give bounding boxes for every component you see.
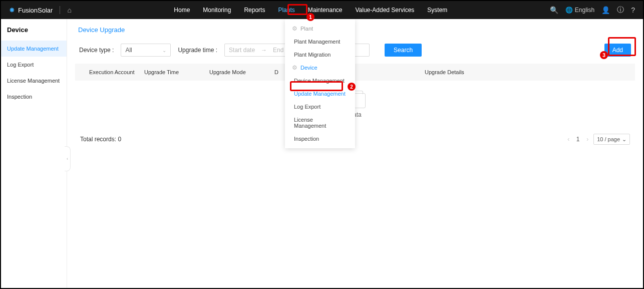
col-execution-account: Execution Account bbox=[89, 69, 144, 75]
table: Execution Account Upgrade Time Upgrade M… bbox=[75, 64, 635, 131]
start-date-placeholder: Start date bbox=[229, 47, 255, 54]
device-type-label: Device type : bbox=[79, 47, 114, 54]
dropdown-plant-management[interactable]: Plant Management bbox=[285, 35, 355, 48]
home-icon[interactable]: ⌂ bbox=[67, 6, 71, 14]
dropdown-section-device: ⚙Device bbox=[285, 61, 355, 74]
dropdown-plant-migration[interactable]: Plant Migration bbox=[285, 48, 355, 61]
globe-icon: 🌐 bbox=[565, 7, 573, 14]
dropdown-plant-label: Plant bbox=[300, 26, 313, 32]
language-label: English bbox=[575, 7, 594, 14]
sidebar-item-inspection[interactable]: Inspection bbox=[1, 89, 67, 105]
chevron-down-icon: ⌄ bbox=[622, 136, 626, 143]
nav-vas[interactable]: Value-Added Services bbox=[354, 5, 415, 16]
brand-name: FusionSolar bbox=[18, 7, 53, 14]
filter-bar: Device type : All ⌄ Upgrade time : Start… bbox=[75, 41, 635, 60]
col-upgrade-details: Upgrade Details bbox=[425, 69, 525, 75]
gear-icon: ⚙ bbox=[292, 25, 297, 32]
logo-area: ✸ FusionSolar bbox=[9, 6, 53, 14]
table-footer: Total records: 0 ‹ 1 › 10 / page ⌄ bbox=[75, 131, 635, 148]
col-upgrade-time: Upgrade Time bbox=[144, 69, 209, 75]
dropdown-update-management[interactable]: Update Management bbox=[285, 87, 355, 100]
nav-plants[interactable]: Plants bbox=[277, 5, 295, 16]
page-prev[interactable]: ‹ bbox=[567, 136, 569, 143]
help-icon[interactable]: ? bbox=[631, 6, 635, 14]
callout-badge-3: 3 bbox=[600, 51, 608, 59]
sidebar-title: Device bbox=[1, 19, 67, 41]
search-icon[interactable]: 🔍 bbox=[550, 6, 558, 14]
dropdown-section-plant: ⚙Plant bbox=[285, 22, 355, 35]
table-header: Execution Account Upgrade Time Upgrade M… bbox=[75, 64, 635, 81]
sidebar-item-update-management[interactable]: Update Management bbox=[1, 41, 67, 57]
arrow-right-icon: → bbox=[261, 47, 267, 54]
user-icon[interactable]: 👤 bbox=[601, 6, 610, 14]
page-title: Device Upgrade bbox=[78, 26, 635, 34]
logo-icon: ✸ bbox=[9, 6, 15, 14]
dropdown-inspection[interactable]: Inspection bbox=[285, 132, 355, 145]
nav-home[interactable]: Home bbox=[173, 5, 191, 16]
page-number: 1 bbox=[574, 136, 581, 143]
device-type-select[interactable]: All ⌄ bbox=[121, 44, 171, 57]
add-button[interactable]: Add bbox=[604, 44, 631, 57]
total-records-label: Total records: bbox=[80, 136, 116, 143]
page-size-value: 10 / page bbox=[597, 136, 620, 142]
dropdown-device-management[interactable]: Device Management bbox=[285, 74, 355, 87]
top-bar: ✸ FusionSolar ⌂ Home Monitoring Reports … bbox=[1, 1, 643, 19]
sidebar-item-log-export[interactable]: Log Export bbox=[1, 57, 67, 73]
plants-dropdown: ⚙Plant Plant Management Plant Migration … bbox=[285, 19, 355, 148]
info-icon[interactable]: ⓘ bbox=[617, 6, 624, 15]
chevron-down-icon: ⌄ bbox=[162, 48, 166, 53]
device-type-value: All bbox=[125, 47, 132, 54]
search-button[interactable]: Search bbox=[385, 44, 422, 57]
nav-monitoring[interactable]: Monitoring bbox=[202, 5, 232, 16]
nav-system[interactable]: System bbox=[426, 5, 448, 16]
total-records-value: 0 bbox=[118, 136, 121, 143]
divider bbox=[60, 6, 60, 14]
callout-badge-2: 2 bbox=[348, 83, 356, 91]
topbar-right: 🔍 🌐English 👤 ⓘ ? bbox=[550, 6, 635, 15]
sidebar-item-license-management[interactable]: License Management bbox=[1, 73, 67, 89]
upgrade-time-label: Upgrade time : bbox=[178, 47, 217, 54]
dropdown-log-export[interactable]: Log Export bbox=[285, 100, 355, 113]
dropdown-device-label: Device bbox=[300, 65, 317, 71]
sidebar: Device Update Management Log Export Lice… bbox=[1, 19, 67, 288]
callout-badge-1: 1 bbox=[306, 13, 314, 21]
language-switch[interactable]: 🌐English bbox=[565, 7, 594, 14]
gear-icon: ⚙ bbox=[292, 64, 297, 71]
dropdown-license-management[interactable]: License Management bbox=[285, 113, 355, 132]
nav-reports[interactable]: Reports bbox=[243, 5, 266, 16]
page-size-select[interactable]: 10 / page ⌄ bbox=[593, 134, 630, 145]
page-next[interactable]: › bbox=[586, 136, 588, 143]
col-upgrade-mode: Upgrade Mode bbox=[209, 69, 274, 75]
main-content: Device Upgrade Device type : All ⌄ Upgra… bbox=[67, 19, 643, 288]
